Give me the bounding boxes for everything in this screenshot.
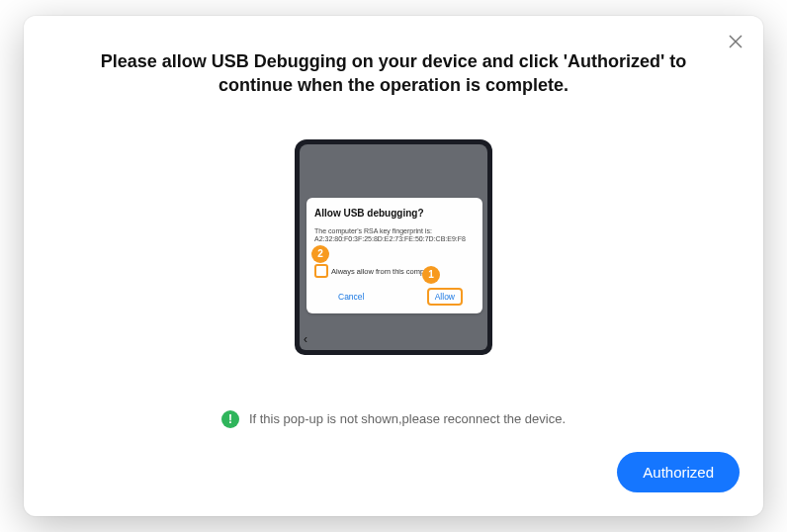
usb-debugging-modal: Please allow USB Debugging on your devic… bbox=[24, 16, 763, 516]
dialog-title: Allow USB debugging? bbox=[314, 208, 475, 219]
dialog-checkbox-row: Always allow from this computer bbox=[314, 264, 475, 278]
dialog-allow-button[interactable]: Allow bbox=[427, 288, 463, 306]
dialog-subtitle: The computer's RSA key fingerprint is: bbox=[314, 226, 475, 235]
phone-mockup: 1 2 Allow USB debugging? The computer's … bbox=[295, 139, 492, 355]
close-button[interactable] bbox=[724, 32, 747, 55]
authorized-button[interactable]: Authorized bbox=[617, 452, 740, 492]
modal-title: Please allow USB Debugging on your devic… bbox=[97, 49, 690, 98]
phone-screen: 1 2 Allow USB debugging? The computer's … bbox=[300, 144, 487, 350]
always-allow-checkbox[interactable] bbox=[314, 264, 328, 278]
info-icon: ! bbox=[221, 410, 239, 428]
dialog-actions: Cancel Allow bbox=[314, 288, 475, 306]
close-icon bbox=[729, 35, 743, 52]
dialog-cancel-button[interactable]: Cancel bbox=[338, 292, 364, 302]
info-row: ! If this pop-up is not shown,please rec… bbox=[221, 410, 566, 428]
back-chevron-icon: ‹ bbox=[304, 332, 307, 346]
step-annotation-1: 1 bbox=[422, 266, 440, 284]
step-annotation-2: 2 bbox=[311, 245, 329, 263]
dialog-fingerprint: A2:32:80:F0:3F:25:8D:E2:73:FE:50:7D:CB:E… bbox=[314, 235, 475, 242]
usb-debugging-dialog: Allow USB debugging? The computer's RSA … bbox=[306, 198, 482, 313]
info-text: If this pop-up is not shown,please recon… bbox=[249, 411, 566, 426]
